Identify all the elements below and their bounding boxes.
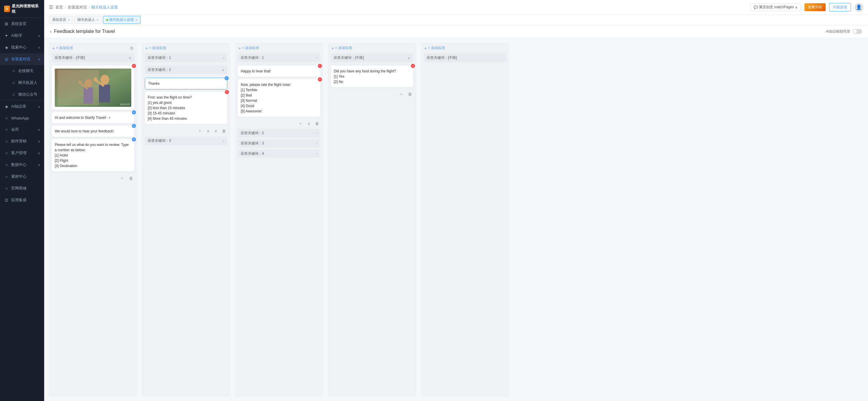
logo-icon: S — [4, 6, 10, 12]
image-content: peacock — [55, 69, 131, 107]
sidebar-item-omni[interactable]: ◎ 全渠道对话 ∧ — [0, 53, 44, 65]
col3-delete-btn[interactable]: 🗑 — [314, 121, 320, 127]
sidebar-label-omni: 全渠道对话 — [11, 57, 30, 62]
col4-body: 应答关键词：[不限] ∨ × Did you have any food dur… — [328, 54, 416, 396]
svg-point-18 — [79, 80, 82, 84]
tab-close-icon[interactable]: × — [97, 18, 99, 22]
col3-add-response[interactable]: + + 添加应答 — [239, 45, 320, 51]
col1-review-close[interactable]: × — [132, 137, 136, 141]
sidebar-label-wechat: 微信公众号 — [18, 92, 37, 97]
sidebar-label-chatbot: 聊天机器人 — [18, 80, 37, 85]
sidebar-item-chatbot[interactable]: ○ 聊天机器人 — [0, 77, 44, 89]
breadcrumb-sep1: / — [65, 5, 66, 9]
col2-down-btn[interactable]: ∨ — [213, 128, 218, 134]
upgrade-button[interactable]: 套餐升级 — [804, 3, 826, 11]
col1-body: 应答关键词：[不限] ∨ × — [49, 54, 137, 396]
col1-add-response[interactable]: + + 添加应答 — [52, 45, 128, 51]
tab-close-icon[interactable]: × — [68, 18, 70, 22]
plus-icon: + — [146, 46, 148, 51]
chevron-right-icon: › — [316, 132, 317, 135]
col1-feedback-close[interactable]: × — [132, 124, 136, 128]
breadcrumb-omni[interactable]: 全渠道对话 — [68, 5, 87, 10]
sidebar-item-wechat[interactable]: ○ 微信公众号 — [0, 89, 44, 100]
col1-keyword-row[interactable]: 应答关键词：[不限] ∨ — [52, 54, 134, 62]
back-button[interactable]: ‹ — [50, 29, 52, 34]
col2-add-response[interactable]: + + 添加应答 — [146, 45, 227, 51]
col1-welcome-close[interactable]: × — [132, 110, 136, 114]
sidebar-item-customer[interactable]: ○ 客户管理 ∨ — [0, 147, 44, 159]
col2-body: 应答关键词：1 › 应答关键词：2 ∨ × Thanks — [142, 54, 230, 396]
sidebar-item-whatsapp[interactable]: ○ WhatsApp — [0, 112, 44, 124]
col3-down-btn[interactable]: ∨ — [306, 121, 311, 127]
ai-toggle-switch[interactable] — [853, 29, 862, 34]
page-header: ‹ Feedback template for Travel AI知识模型托管 — [44, 25, 868, 38]
col4-keyword-row[interactable]: 应答关键词：[不限] ∨ — [331, 54, 413, 62]
sidebar-item-ai[interactable]: ✦ AI助手 ∨ — [0, 30, 44, 41]
breadcrumb-home[interactable]: 首页 — [55, 5, 63, 10]
col2-add-btn[interactable]: ＋ — [197, 128, 203, 134]
tab-chatbot[interactable]: 聊天机器人 × — [74, 16, 102, 24]
col3-keyword1[interactable]: 应答关键词：1 › — [238, 54, 320, 62]
breadcrumb-current[interactable]: 聊天机器人设置 — [91, 5, 118, 10]
col5-keyword-row[interactable]: 应答关键词：[不限] — [424, 54, 506, 62]
col2-delete-btn[interactable]: 🗑 — [221, 128, 227, 134]
sidebar-item-aikb[interactable]: ◈ AI知识库 ∨ — [0, 100, 44, 112]
column-3: + + 添加应答 应答关键词：1 › × Happy to hear that! — [235, 43, 323, 396]
sidebar-item-online[interactable]: ○ 在线聊天 — [0, 65, 44, 77]
col3-keyword3[interactable]: 应答关键词：3 › — [238, 139, 320, 147]
col2-keyword1[interactable]: 应答关键词：1 › — [145, 54, 227, 62]
sidebar-item-meeting[interactable]: ○ 会邦 ∨ — [0, 124, 44, 135]
svg-rect-12 — [99, 85, 110, 102]
col2-keyword2[interactable]: 应答关键词：2 ∨ — [145, 66, 227, 74]
svg-point-15 — [85, 79, 92, 88]
col5-add-response[interactable]: + + 添加应答 — [425, 45, 506, 51]
col2-flight-close[interactable]: × — [225, 90, 229, 94]
col1-image-close[interactable]: × — [132, 64, 136, 68]
feedback-button[interactable]: 问题反馈 — [829, 3, 851, 11]
column-5: + + 添加应答 应答关键词：[不限] — [421, 43, 509, 396]
col2-thanks-close[interactable]: × — [224, 76, 229, 80]
sidebar-label-ai: AI助手 — [11, 33, 22, 38]
col4-delete-btn[interactable]: 🗑 — [407, 91, 413, 97]
plus-icon: + — [52, 46, 55, 51]
col1-feedback-text: We would love to hear your feedback! — [55, 129, 131, 134]
sidebar-item-leads[interactable]: ◈ 线索中心 ∨ — [0, 41, 44, 53]
sidebar-item-data[interactable]: ○ 数据中心 ∨ — [0, 159, 44, 171]
column-4: + + 添加应答 应答关键词：[不限] ∨ × Did you have any… — [328, 43, 416, 396]
col2-keyword3[interactable]: 应答关键词：3 › — [145, 136, 227, 145]
tab-active-dot — [106, 19, 108, 21]
aikb-icon: ◈ — [4, 104, 9, 109]
tab-home[interactable]: 系统首页 × — [49, 16, 73, 24]
column-1: + + 添加应答 ⚙ 应答关键词：[不限] ∨ × — [49, 43, 137, 396]
tab-chatbot-settings[interactable]: 聊天机器人设置 × — [103, 16, 141, 24]
tab-close-icon[interactable]: × — [136, 18, 137, 22]
col3-happy-text: Happy to hear that! — [241, 69, 317, 74]
col3-add-label: + 添加应答 — [242, 45, 259, 51]
col3-keyword2[interactable]: 应答关键词：2 › — [238, 129, 320, 137]
col3-add-btn[interactable]: ＋ — [297, 120, 304, 127]
tab-home-label: 系统首页 — [52, 18, 66, 22]
col4-add-response[interactable]: + + 添加应答 — [332, 45, 413, 51]
col4-add-btn[interactable]: ＋ — [398, 91, 404, 97]
col3-header: + + 添加应答 — [235, 43, 323, 54]
sidebar-item-home[interactable]: ⊞ 系统首页 — [0, 18, 44, 30]
col1-add-btn[interactable]: ＋ — [119, 175, 125, 181]
col4-header: + + 添加应答 — [328, 43, 416, 54]
col3-keyword4[interactable]: 应答关键词：4 › — [238, 150, 320, 158]
col3-rate-close[interactable]: × — [318, 77, 322, 81]
hamburger-icon[interactable]: ☰ — [49, 4, 53, 10]
match-pages-label: 聚页创意 matchPages — [759, 5, 794, 10]
sidebar-item-material[interactable]: ○ 素材中心 — [0, 171, 44, 182]
ai-icon: ✦ — [4, 33, 9, 38]
settings-icon[interactable]: ⚙ — [130, 46, 134, 51]
match-pages-btn[interactable]: 💬 聚页创意 matchPages ∨ — [750, 3, 801, 11]
col1-delete-btn[interactable]: 🗑 — [128, 175, 134, 181]
svg-point-14 — [94, 77, 97, 81]
svg-rect-16 — [84, 88, 93, 104]
col3-happy-close[interactable]: × — [318, 64, 322, 68]
sidebar-item-shop[interactable]: ○ 官网商城 — [0, 182, 44, 194]
sidebar-item-email[interactable]: ○ 邮件营销 ∨ — [0, 135, 44, 147]
col4-food-close[interactable]: × — [411, 64, 415, 68]
sidebar-item-apps[interactable]: ⊡ 应用集成 — [0, 194, 44, 206]
col2-up-btn[interactable]: ∧ — [206, 128, 211, 134]
